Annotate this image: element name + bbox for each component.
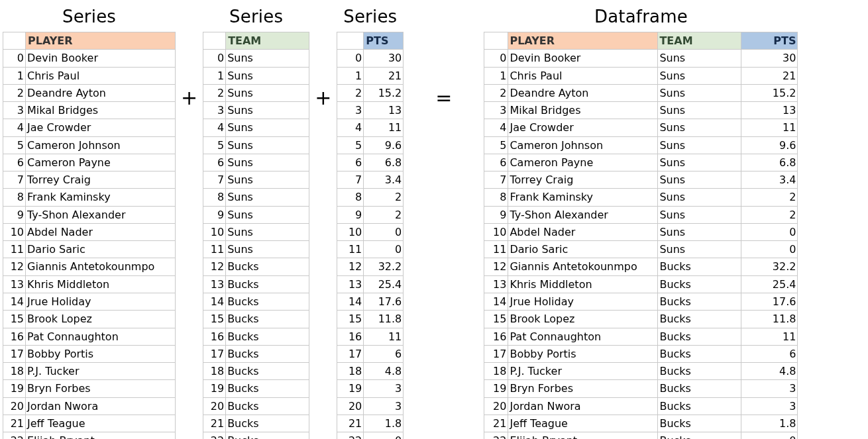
index-cell: 22 [484,432,508,439]
index-cell: 3 [203,102,226,119]
header-pts: PTS [364,32,404,50]
table-row: 17Bucks [203,345,309,362]
table-row: 1Chris Paul [3,67,176,84]
table-row: 20Bucks [203,397,309,415]
table-row: 0Suns [203,50,309,67]
table-row: 215.2 [337,84,404,101]
index-cell: 10 [484,223,508,240]
table-row: 12Bucks [203,258,309,275]
table-row: 6Suns [203,154,309,171]
player-cell: Bryn Forbes [508,380,658,397]
pts-cell: 15.2 [364,84,404,101]
index-cell: 0 [203,50,226,67]
series-pts-body: 030121215.231341159.666.873.482921001101… [337,50,404,439]
header-team: TEAM [658,32,741,50]
index-cell: 4 [484,119,508,136]
player-cell: Jeff Teague [26,415,176,432]
table-row: 22Bucks [203,432,309,439]
team-cell: Suns [226,102,309,119]
index-cell: 0 [484,50,508,67]
team-cell: Suns [226,136,309,154]
index-cell: 14 [337,293,364,310]
table-row: 7Torrey Craig [3,171,176,189]
team-cell: Bucks [226,432,309,439]
pts-cell: 13 [741,102,798,119]
index-cell: 4 [203,119,226,136]
team-cell: Bucks [658,311,741,328]
table-row: 22Elijah Bryant [3,432,176,439]
table-row: 6Cameron Payne [3,154,176,171]
team-cell: Suns [658,136,741,154]
table-row: 4Suns [203,119,309,136]
index-cell: 7 [484,171,508,189]
player-cell: Frank Kaminsky [508,189,658,206]
team-cell: Suns [658,154,741,171]
pts-cell: 3 [741,397,798,415]
table-row: 110 [337,241,404,258]
index-cell: 9 [337,206,364,223]
table-row: 21Jeff Teague [3,415,176,432]
pts-cell: 25.4 [741,275,798,293]
index-cell: 8 [203,189,226,206]
pts-cell: 6 [741,345,798,362]
header-team: TEAM [226,32,309,50]
table-header-row: PTS [337,32,404,50]
pts-cell: 4.8 [364,363,404,380]
operator-plus-2: + [309,86,337,109]
index-cell: 5 [3,136,26,154]
table-row: 10Abdel Nader [3,223,176,240]
table-row: 7Suns [203,171,309,189]
table-row: 203 [337,397,404,415]
index-cell: 7 [3,171,26,189]
series-player-block: Series PLAYER 0Devin Booker1Chris Paul2D… [3,7,176,439]
index-cell: 15 [337,311,364,328]
table-row: 193 [337,380,404,397]
player-cell: Jordan Nwora [508,397,658,415]
table-row: 92 [337,206,404,223]
player-cell: Frank Kaminsky [26,189,176,206]
table-row: 10Abdel NaderSuns0 [484,223,798,240]
index-cell: 3 [337,102,364,119]
header-player: PLAYER [508,32,658,50]
team-cell: Suns [658,102,741,119]
pts-cell: 6 [364,345,404,362]
table-row: 19Bryn ForbesBucks3 [484,380,798,397]
pts-cell: 32.2 [364,258,404,275]
pts-cell: 1.8 [741,415,798,432]
team-cell: Bucks [658,397,741,415]
pts-cell: 6.8 [364,154,404,171]
table-row: 16Pat Connaughton [3,328,176,345]
pts-cell: 3 [741,380,798,397]
team-cell: Suns [226,206,309,223]
index-cell: 3 [3,102,26,119]
table-row: 220 [337,432,404,439]
index-cell: 4 [3,119,26,136]
index-cell: 17 [3,345,26,362]
table-row: 19Bucks [203,380,309,397]
player-cell: Chris Paul [26,67,176,84]
team-cell: Suns [226,84,309,101]
table-row: 13Bucks [203,275,309,293]
team-cell: Bucks [658,293,741,310]
table-row: 5Cameron JohnsonSuns9.6 [484,136,798,154]
pts-cell: 21 [741,67,798,84]
index-cell: 14 [3,293,26,310]
pts-cell: 11 [364,119,404,136]
table-row: 313 [337,102,404,119]
team-cell: Bucks [658,275,741,293]
table-row: 9Ty-Shon Alexander [3,206,176,223]
index-cell: 16 [337,328,364,345]
table-row: 121 [337,67,404,84]
player-cell: Bobby Portis [26,345,176,362]
table-row: 59.6 [337,136,404,154]
index-cell: 4 [337,119,364,136]
team-cell: Bucks [226,397,309,415]
index-cell: 12 [337,258,364,275]
table-row: 20Jordan NworaBucks3 [484,397,798,415]
index-cell: 0 [337,50,364,67]
table-row: 4Jae CrowderSuns11 [484,119,798,136]
index-corner [484,32,508,50]
index-cell: 13 [484,275,508,293]
table-row: 2Deandre Ayton [3,84,176,101]
table-row: 8Frank KaminskySuns2 [484,189,798,206]
